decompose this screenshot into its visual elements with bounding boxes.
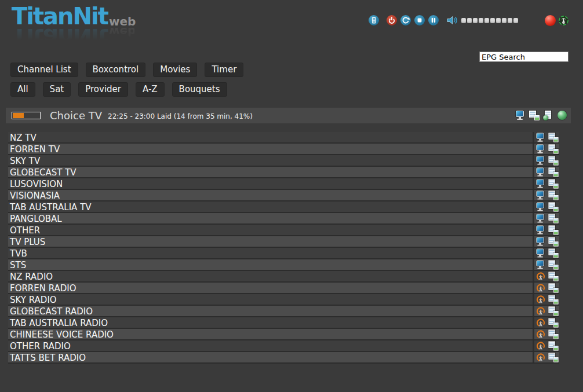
tv-icon[interactable]: [535, 248, 545, 258]
radio-icon[interactable]: [535, 306, 545, 316]
channel-name[interactable]: SKY RADIO: [8, 294, 533, 305]
channel-name[interactable]: TAB AUSTRALIA RADIO: [8, 317, 533, 328]
channel-name[interactable]: PANGLOBAL: [8, 213, 533, 224]
channel-name[interactable]: FORREN RADIO: [8, 283, 533, 293]
channel-actions: [533, 132, 559, 142]
filter-button[interactable]: Bouquets: [172, 82, 227, 97]
epg-list-icon[interactable]: [548, 306, 558, 316]
remote-icon[interactable]: [369, 15, 379, 25]
stop-icon[interactable]: [414, 15, 425, 25]
filter-button[interactable]: Provider: [78, 82, 128, 97]
nav-button[interactable]: Timer: [205, 63, 243, 77]
channel-name[interactable]: CHINEESE VOICE RADIO: [8, 329, 533, 339]
nav-button[interactable]: Channel List: [10, 63, 78, 77]
nav-button[interactable]: Movies: [153, 63, 197, 77]
radio-icon[interactable]: [535, 341, 545, 350]
volume-segment[interactable]: [496, 18, 501, 23]
tv-icon[interactable]: [535, 144, 545, 153]
tv-icon[interactable]: [535, 225, 545, 235]
channel-actions: [533, 167, 559, 177]
epg-list-icon[interactable]: [548, 202, 558, 211]
stream-icon[interactable]: [558, 15, 569, 26]
volume-segment[interactable]: [508, 18, 512, 23]
channel-name[interactable]: FORREN TV: [8, 144, 533, 154]
pause-icon[interactable]: [428, 15, 439, 25]
nav-button[interactable]: Boxcontrol: [86, 63, 146, 77]
epg-search-input[interactable]: [479, 52, 569, 62]
epg-list-icon[interactable]: [548, 248, 558, 258]
volume-segment[interactable]: [484, 18, 489, 23]
epg-list-icon[interactable]: [548, 329, 558, 339]
epg-list-icon[interactable]: [548, 156, 558, 165]
epg-list-icon[interactable]: [548, 133, 558, 142]
epg-list-icon[interactable]: [548, 237, 558, 246]
radio-icon[interactable]: [535, 283, 545, 292]
volume-segment[interactable]: [461, 18, 466, 23]
record-icon[interactable]: [545, 15, 556, 26]
progress-fill: [13, 113, 24, 118]
channel-name[interactable]: OTHER RADIO: [8, 340, 533, 351]
epg-list-icon[interactable]: [548, 214, 558, 223]
channel-name[interactable]: TATTS BET RADIO: [8, 352, 533, 362]
volume-segment[interactable]: [513, 18, 518, 23]
radio-icon[interactable]: [535, 272, 545, 281]
radio-icon[interactable]: [535, 353, 545, 362]
channel-row: STS: [8, 259, 559, 271]
volume-segment[interactable]: [502, 18, 507, 23]
power-icon[interactable]: [387, 15, 397, 25]
channel-name[interactable]: LUSOVISION: [8, 178, 533, 189]
volume-segment[interactable]: [479, 18, 483, 23]
volume-segment[interactable]: [490, 18, 495, 23]
tv-icon[interactable]: [535, 214, 545, 223]
volume-segment[interactable]: [473, 18, 478, 23]
radio-icon[interactable]: [535, 295, 545, 304]
channel-actions: [533, 178, 559, 189]
webtv-icon[interactable]: [543, 111, 553, 120]
epg-list-icon[interactable]: [529, 111, 540, 120]
channel-name[interactable]: OTHER: [8, 225, 533, 235]
radio-icon[interactable]: [535, 318, 545, 327]
tv-icon[interactable]: [535, 167, 545, 177]
restart-icon[interactable]: [400, 15, 411, 25]
channel-actions: [533, 294, 559, 305]
epg-list-icon[interactable]: [548, 144, 558, 153]
tv-icon[interactable]: [535, 202, 545, 211]
channel-name[interactable]: NZ TV: [8, 132, 533, 142]
tv-icon[interactable]: [535, 156, 545, 165]
epg-list-icon[interactable]: [548, 179, 558, 188]
epg-list-icon[interactable]: [548, 272, 558, 281]
filter-button[interactable]: All: [10, 82, 35, 97]
filter-button[interactable]: Sat: [43, 82, 71, 97]
epg-list-icon[interactable]: [548, 341, 558, 350]
channel-row: LUSOVISION: [8, 178, 559, 190]
epg-list-icon[interactable]: [548, 167, 558, 177]
volume-segment[interactable]: [467, 18, 472, 23]
tv-icon[interactable]: [535, 190, 545, 200]
volume-icon[interactable]: [446, 14, 458, 26]
tv-icon[interactable]: [535, 179, 545, 188]
radio-icon[interactable]: [535, 329, 545, 339]
now-playing-actions: [515, 111, 567, 120]
epg-list-icon[interactable]: [548, 353, 558, 362]
channel-name[interactable]: NZ RADIO: [8, 271, 533, 281]
channel-name[interactable]: TVB: [8, 248, 533, 258]
channel-name[interactable]: TV PLUS: [8, 236, 533, 247]
channel-name[interactable]: TAB AUSTRALIA TV: [8, 202, 533, 212]
epg-list-icon[interactable]: [548, 190, 558, 200]
channel-name[interactable]: SKY TV: [8, 155, 533, 166]
epg-list-icon[interactable]: [548, 260, 558, 269]
tv-icon[interactable]: [515, 111, 526, 120]
channel-name[interactable]: STS: [8, 259, 533, 270]
filter-button[interactable]: A-Z: [136, 82, 165, 97]
channel-name[interactable]: GLOBECAST TV: [8, 167, 533, 177]
epg-list-icon[interactable]: [548, 283, 558, 292]
channel-name[interactable]: GLOBECAST RADIO: [8, 306, 533, 316]
tv-icon[interactable]: [535, 237, 545, 246]
epg-list-icon[interactable]: [548, 225, 558, 235]
tv-icon[interactable]: [535, 133, 545, 142]
tv-icon[interactable]: [535, 260, 545, 269]
epg-list-icon[interactable]: [548, 318, 558, 327]
globe-icon[interactable]: [557, 111, 567, 120]
channel-name[interactable]: VISIONASIA: [8, 190, 533, 200]
epg-list-icon[interactable]: [548, 295, 558, 304]
